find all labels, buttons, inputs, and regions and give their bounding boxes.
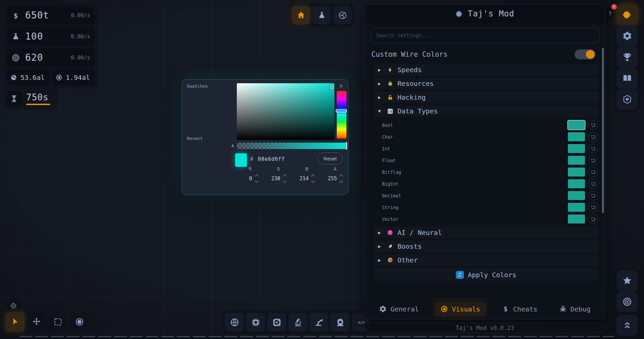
- recent-color-swatch[interactable]: [198, 177, 209, 187]
- top-button-fan[interactable]: [333, 6, 352, 24]
- recent-color-swatch[interactable]: [187, 165, 197, 176]
- color-swatch[interactable]: [187, 90, 197, 101]
- color-swatch[interactable]: [187, 113, 197, 124]
- toolbar-button-automation[interactable]: [310, 313, 328, 332]
- reset-color-button[interactable]: Reset: [318, 152, 343, 164]
- channel-value[interactable]: 255: [327, 176, 337, 182]
- recent-color-swatch[interactable]: [210, 143, 220, 153]
- top-button-home[interactable]: [292, 6, 310, 24]
- rail-button-perks[interactable]: [616, 89, 638, 110]
- stepper-down-icon[interactable]: [311, 179, 315, 183]
- recent-color-swatch[interactable]: [221, 177, 231, 187]
- data-type-reset-button[interactable]: [588, 155, 598, 165]
- stepper-up-icon[interactable]: [339, 174, 343, 178]
- settings-section-ai-neural[interactable]: ▶ AI / Neural: [374, 227, 598, 238]
- recent-color-swatch[interactable]: [198, 165, 209, 176]
- color-swatch[interactable]: [198, 125, 209, 135]
- rail-button-upgrades[interactable]: [616, 315, 638, 336]
- recent-color-swatch[interactable]: [187, 154, 197, 164]
- top-button-research[interactable]: [313, 6, 331, 24]
- toolbar-button-hacking[interactable]: [331, 313, 350, 332]
- recent-color-swatch[interactable]: [221, 165, 231, 176]
- data-type-reset-button[interactable]: [588, 179, 598, 189]
- stepper-up-icon[interactable]: [255, 174, 258, 178]
- rail-button-mods[interactable]: [616, 4, 638, 25]
- hue-handle[interactable]: [336, 109, 347, 112]
- color-swatch[interactable]: [221, 102, 231, 112]
- recent-color-swatch[interactable]: [221, 154, 231, 164]
- color-swatch[interactable]: [198, 113, 209, 124]
- color-swatch[interactable]: [187, 125, 197, 135]
- recent-color-swatch[interactable]: [187, 177, 197, 187]
- hue-slider[interactable]: [337, 91, 346, 139]
- settings-section-hacking[interactable]: ▶ Hacking: [374, 92, 598, 103]
- data-type-color-swatch[interactable]: [568, 144, 585, 153]
- tab-debug[interactable]: Debug: [553, 302, 597, 316]
- data-type-color-swatch[interactable]: [568, 132, 585, 141]
- recent-color-swatch[interactable]: [210, 165, 220, 176]
- tool-button-marquee-select[interactable]: [48, 312, 67, 331]
- alpha-slider[interactable]: [237, 143, 347, 149]
- settings-section-resources[interactable]: ▶ Resources: [374, 78, 598, 89]
- color-swatch[interactable]: [210, 125, 220, 135]
- data-type-color-swatch[interactable]: [568, 214, 585, 224]
- scrollbar-thumb[interactable]: [602, 48, 604, 213]
- recent-color-swatch[interactable]: [221, 143, 231, 153]
- rail-button-guide[interactable]: [616, 68, 638, 89]
- color-swatch[interactable]: [198, 90, 209, 101]
- recent-color-swatch[interactable]: [210, 154, 220, 164]
- recent-color-swatch[interactable]: [210, 177, 220, 187]
- stepper-down-icon[interactable]: [283, 179, 286, 183]
- tab-visuals[interactable]: Visuals: [434, 302, 486, 316]
- game-viewport[interactable]: 650t 0.00/s 100 0.00/s 620 0.00/s 53.6al: [0, 0, 644, 339]
- saturation-value-area[interactable]: [237, 83, 334, 140]
- color-swatch[interactable]: [221, 90, 231, 101]
- recent-color-swatch[interactable]: [187, 143, 197, 153]
- rail-button-favorites[interactable]: [616, 270, 638, 291]
- stepper-down-icon[interactable]: [339, 179, 343, 183]
- color-swatch[interactable]: [198, 102, 209, 112]
- data-type-reset-button[interactable]: [588, 144, 598, 153]
- tab-general[interactable]: General: [373, 302, 425, 316]
- settings-section-speeds[interactable]: ▶ Speeds: [374, 64, 598, 76]
- rail-button-achievements[interactable]: [616, 47, 638, 67]
- tool-button-pointer[interactable]: [5, 312, 24, 331]
- channel-value[interactable]: 214: [299, 176, 309, 182]
- alpha-handle[interactable]: [345, 142, 347, 150]
- data-type-reset-button[interactable]: [588, 191, 598, 200]
- settings-section-boosts[interactable]: ▶ Boosts: [374, 241, 598, 252]
- channel-value[interactable]: 0: [243, 176, 252, 182]
- color-swatch[interactable]: [187, 102, 197, 112]
- data-type-reset-button[interactable]: [588, 120, 598, 130]
- hex-value-field[interactable]: 00e6d6ff: [258, 156, 285, 162]
- toolbar-button-world[interactable]: [225, 313, 244, 332]
- recent-color-swatch[interactable]: [198, 154, 209, 164]
- data-type-color-swatch[interactable]: [568, 191, 585, 200]
- stepper-down-icon[interactable]: [255, 179, 258, 183]
- toolbar-button-chips[interactable]: [246, 313, 265, 332]
- data-type-color-swatch[interactable]: [568, 167, 585, 177]
- color-swatch[interactable]: [221, 125, 231, 135]
- rail-button-settings[interactable]: [616, 26, 638, 46]
- data-type-reset-button[interactable]: [588, 167, 598, 177]
- data-type-color-swatch[interactable]: [568, 120, 585, 130]
- data-type-reset-button[interactable]: [588, 132, 598, 142]
- data-type-reset-button[interactable]: [588, 202, 598, 212]
- color-swatch[interactable]: [210, 113, 220, 124]
- toolbar-button-cooling[interactable]: [267, 313, 286, 332]
- tool-button-circle-select[interactable]: [70, 312, 89, 331]
- tab-cheats[interactable]: Cheats: [496, 302, 543, 316]
- stepper-up-icon[interactable]: [283, 174, 286, 178]
- toolbar-button-research[interactable]: [288, 313, 307, 332]
- apply-colors-button[interactable]: Apply Colors: [374, 268, 598, 281]
- recent-color-swatch[interactable]: [198, 143, 209, 153]
- settings-section-data-types[interactable]: ▼ Data Types: [374, 105, 598, 117]
- channel-value[interactable]: 230: [271, 176, 280, 182]
- settings-section-other[interactable]: ▶ Other: [374, 254, 598, 266]
- data-type-color-swatch[interactable]: [568, 156, 585, 165]
- tool-button-move[interactable]: [27, 312, 46, 331]
- search-input[interactable]: [370, 28, 599, 43]
- sv-cursor[interactable]: [330, 85, 334, 90]
- rail-button-tokens[interactable]: [616, 291, 638, 312]
- locate-button[interactable]: [6, 298, 20, 313]
